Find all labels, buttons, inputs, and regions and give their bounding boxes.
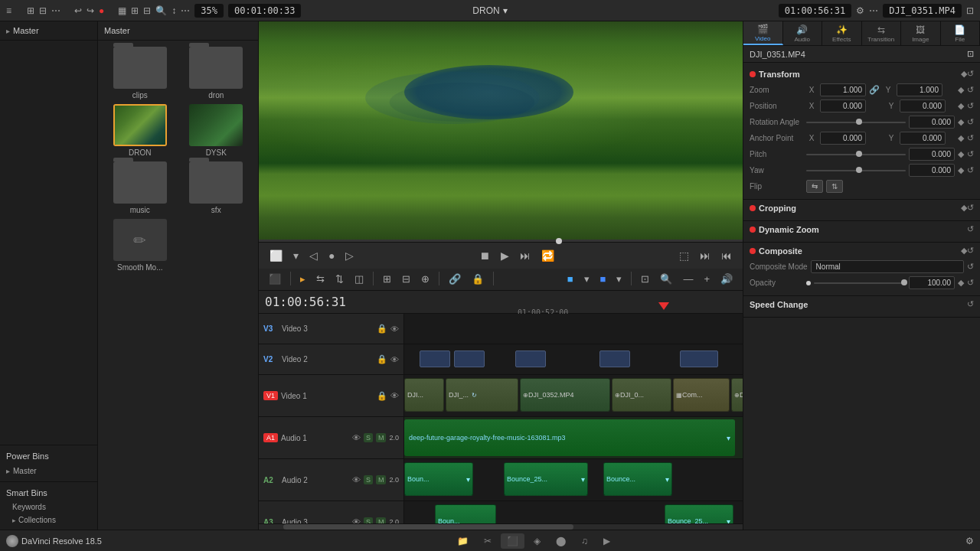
settings-icon[interactable]: ⚙ (856, 5, 864, 16)
v1-clip-4[interactable]: ⊕ DJI_0... (612, 378, 671, 412)
tab-file[interactable]: 📄 File (941, 21, 981, 45)
menu-icon[interactable]: ≡ (6, 5, 11, 16)
dynamic-zoom-reset[interactable]: ↺ (967, 224, 974, 234)
v1-clip-1[interactable]: DJI... (404, 378, 444, 412)
zoom-y-input[interactable] (897, 83, 942, 96)
a3-content[interactable]: Boun... Bounce_25... ▾ (404, 501, 743, 523)
nav-cut-btn[interactable]: ✂ (478, 533, 498, 549)
pitch-arrow[interactable]: ◆ (958, 149, 964, 159)
marker-btn[interactable]: ⊕ (417, 271, 433, 287)
a2-clip-3[interactable]: Bounce... ▾ (603, 462, 672, 496)
v2-clip-1[interactable] (420, 350, 450, 367)
a3-clip-1[interactable]: Boun... (435, 504, 496, 523)
a3-eye-icon[interactable]: 👁 (352, 517, 361, 523)
speed-change-reset[interactable]: ↺ (967, 299, 974, 309)
a1-main-clip[interactable]: deep-future-garage-royalty-free-music-16… (404, 419, 735, 456)
framing-btn[interactable]: ⬜ (266, 248, 286, 263)
zoom-in-btn[interactable]: 🔍 (656, 271, 676, 287)
v2-clip-5[interactable] (680, 350, 718, 367)
composite-expand[interactable]: ◆ (961, 246, 967, 256)
anch-arrow[interactable]: ◆ (958, 133, 964, 143)
opacity-slider[interactable] (814, 282, 906, 284)
a1-eye-icon[interactable]: 👁 (352, 433, 361, 442)
bottom-settings-icon[interactable]: ⚙ (965, 536, 974, 546)
more-icon[interactable]: ⋯ (51, 5, 60, 16)
audio-btn[interactable]: 🔊 (717, 271, 737, 287)
bin-item-dron-folder[interactable]: dron (181, 47, 253, 99)
v1-lock-icon[interactable]: 🔒 (377, 391, 387, 401)
trim-tool-btn[interactable]: ⇆ (312, 271, 328, 287)
pitch-reset[interactable]: ↺ (967, 149, 974, 159)
layout2-icon[interactable]: ⊞ (131, 5, 139, 16)
bin-item-music[interactable]: music (104, 161, 176, 214)
a3-m-btn[interactable]: M (376, 517, 387, 523)
link-btn[interactable]: 🔗 (445, 271, 465, 287)
a2-eye-icon[interactable]: 👁 (352, 475, 361, 484)
search-icon[interactable]: 🔍 (155, 5, 167, 16)
flip-v-btn[interactable]: ⇅ (826, 180, 843, 193)
a1-s-btn[interactable]: S (364, 433, 373, 442)
a2-clip-1[interactable]: Boun... ▾ (404, 462, 473, 496)
cropping-expand[interactable]: ◆ (961, 203, 967, 213)
layout-icon[interactable]: ▦ (118, 5, 126, 16)
expand-icon[interactable]: ▸ (6, 27, 10, 35)
more-right-icon[interactable]: ⋯ (869, 5, 878, 16)
a3-s-btn[interactable]: S (364, 517, 373, 523)
v2-clip-4[interactable] (599, 350, 630, 367)
v1-clip-3[interactable]: ⊕ DJI_0352.MP4 (520, 378, 610, 412)
pos-arrow[interactable]: ◆ (958, 101, 964, 111)
yaw-input[interactable] (909, 164, 955, 177)
next-clip-btn[interactable]: ⏭ (517, 248, 534, 263)
anch-reset[interactable]: ↺ (967, 133, 974, 143)
flip-h-btn[interactable]: ⇆ (806, 180, 823, 193)
v1-clip-6[interactable]: ⊕ DJI_... (731, 378, 743, 412)
next-frame-btn[interactable]: ▷ (342, 248, 357, 263)
redo-icon[interactable]: ↪ (87, 5, 94, 16)
bin-item-smooth[interactable]: ✏ Smooth Mo... (104, 219, 176, 272)
a2-content[interactable]: Boun... ▾ Bounce_25... ▾ Bounce... ▾ (404, 459, 743, 500)
v2-content[interactable] (404, 344, 743, 374)
a1-content[interactable]: deep-future-garage-royalty-free-music-16… (404, 417, 743, 458)
a2-s-btn[interactable]: S (364, 475, 373, 484)
rot-reset[interactable]: ↺ (967, 117, 974, 127)
undo-icon[interactable]: ↩ (74, 5, 82, 16)
prev-mark-btn[interactable]: ● (325, 248, 338, 263)
composite-mode-reset[interactable]: ↺ (967, 262, 974, 272)
collections-item[interactable]: ▸ Collections (6, 514, 91, 527)
v1-content[interactable]: DJI... DJI_... ↻ ⊕ DJI_0352.MP4 ⊕ DJ (404, 375, 743, 416)
pitch-input[interactable] (909, 148, 955, 161)
loop-btn[interactable]: 🔁 (538, 248, 557, 263)
preview-scrubbar[interactable] (259, 240, 743, 242)
preview-scrubber-thumb[interactable] (556, 238, 562, 244)
pitch-slider[interactable] (806, 154, 906, 155)
framing-drop[interactable]: ▾ (290, 248, 302, 263)
nav-color-btn[interactable]: ⬤ (550, 533, 572, 549)
lock-btn[interactable]: 🔒 (468, 271, 488, 287)
v2-clip-2[interactable] (454, 350, 485, 367)
opacity-reset[interactable]: ↺ (967, 278, 974, 288)
v3-content[interactable] (404, 314, 743, 344)
zoom-link-icon[interactable]: 🔗 (869, 85, 880, 95)
color2-btn[interactable]: ■ (596, 271, 610, 287)
sort-icon[interactable]: ↕ (172, 5, 176, 16)
v1-clip-5[interactable]: ▦ Com... (673, 378, 730, 412)
pos-reset[interactable]: ↺ (967, 101, 974, 111)
timeline-scrollbar[interactable] (259, 523, 743, 530)
inspector-options-icon[interactable]: ⊡ (967, 49, 974, 59)
nav-media-btn[interactable]: 📁 (451, 533, 475, 549)
play-btn[interactable]: ▶ (498, 248, 512, 263)
v1-eye-icon[interactable]: 👁 (390, 391, 399, 400)
blade-tool-btn[interactable]: ◫ (351, 271, 368, 287)
rot-arrow[interactable]: ◆ (958, 117, 964, 127)
dynamic-trim-btn[interactable]: ⇅ (332, 271, 348, 287)
bin-item-clips[interactable]: clips (104, 47, 176, 99)
prev-frame-btn[interactable]: ◁ (306, 248, 321, 263)
tab-effects[interactable]: ✨ Effects (822, 21, 862, 45)
timeline-grid-btn[interactable]: ⬛ (265, 271, 285, 287)
zoom-level[interactable]: 35% (194, 4, 224, 18)
keywords-item[interactable]: Keywords (6, 500, 91, 514)
grid-icon[interactable]: ⊞ (27, 5, 34, 16)
yaw-reset[interactable]: ↺ (967, 165, 974, 175)
tab-image[interactable]: 🖼 Image (901, 21, 941, 45)
nav-edit-btn[interactable]: ⬛ (501, 533, 524, 549)
